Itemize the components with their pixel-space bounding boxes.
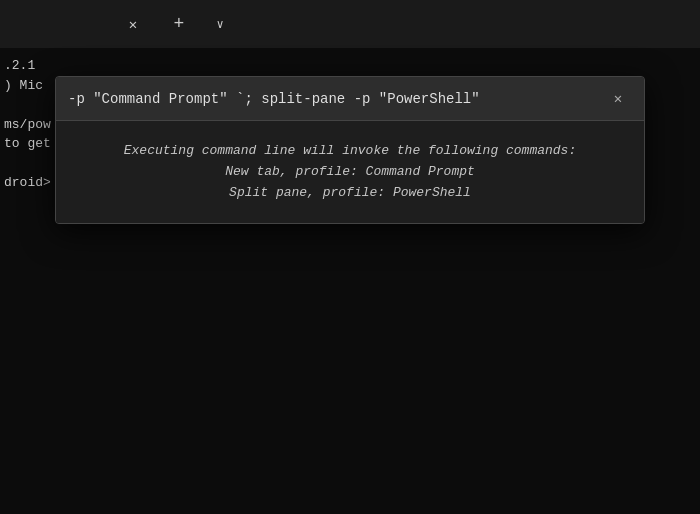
new-tab-button[interactable]: + [156, 0, 202, 48]
close-tab-button[interactable]: ✕ [110, 0, 156, 48]
command-result-description: Executing command line will invoke the f… [80, 141, 620, 203]
result-line-1: New tab, profile: Command Prompt [80, 162, 620, 183]
clear-input-button[interactable]: ✕ [604, 85, 632, 113]
command-palette: ✕ Executing command line will invoke the… [55, 76, 645, 224]
terminal-area: .2.1 ) Mic ms/pow to get droid> ✕ Execut… [0, 48, 700, 514]
title-bar: ✕ + ∨ [0, 0, 700, 48]
command-result: Executing command line will invoke the f… [56, 121, 644, 223]
dropdown-button[interactable]: ∨ [202, 0, 238, 48]
command-input-row: ✕ [56, 77, 644, 121]
command-palette-overlay: ✕ Executing command line will invoke the… [0, 48, 700, 514]
command-input[interactable] [68, 91, 604, 107]
result-header: Executing command line will invoke the f… [80, 141, 620, 162]
result-line-2: Split pane, profile: PowerShell [80, 183, 620, 204]
